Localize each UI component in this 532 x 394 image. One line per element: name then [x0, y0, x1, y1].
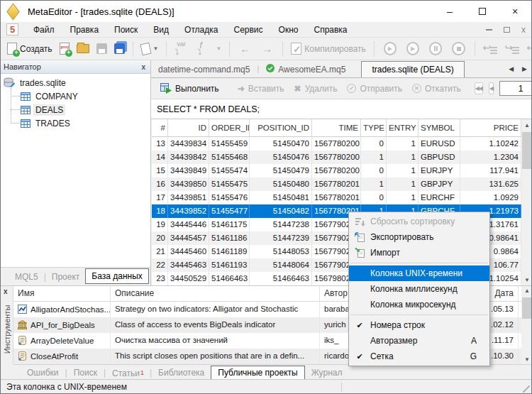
context-menu-item-5[interactable]: Колонка UNIX-времени: [349, 266, 489, 281]
record-number-input[interactable]: [499, 81, 532, 96]
grid-cell[interactable]: 17: [152, 191, 168, 204]
debug-stop-icon[interactable]: [452, 42, 465, 55]
context-menu-item-3[interactable]: Импорт: [349, 245, 489, 261]
grid-cell[interactable]: 22: [152, 258, 168, 272]
project-name-cell[interactable]: AlligatorAndStochas...: [13, 302, 111, 317]
grid-cell[interactable]: 117.941: [460, 164, 521, 177]
menu-сервис[interactable]: Сервис: [226, 23, 270, 36]
grid-row-13[interactable]: 13344398345145545951450470156778020001EU…: [152, 137, 521, 151]
grid-cell[interactable]: 51455468: [209, 151, 250, 164]
toolbox-tab-5[interactable]: Публичные проекты: [211, 366, 304, 380]
sql-query-box[interactable]: SELECT * FROM DEALS;: [151, 99, 532, 119]
grid-cell[interactable]: 1: [361, 151, 387, 164]
tree-item-table-company[interactable]: COMPANY: [1, 89, 150, 103]
grid-cell[interactable]: 1567780200: [312, 151, 361, 164]
delete-button[interactable]: ✖ Удалить: [289, 84, 343, 94]
grid-cell[interactable]: 20: [152, 231, 168, 245]
grid-cell[interactable]: EURUSD: [419, 137, 460, 151]
grid-column-header-type[interactable]: TYPE: [361, 119, 387, 137]
grid-column-header-price[interactable]: PRICE: [460, 119, 521, 137]
grid-cell[interactable]: 1.10242: [460, 137, 521, 151]
grid-cell[interactable]: 1: [387, 177, 419, 191]
tab-scroll-right-icon[interactable]: ▶: [522, 65, 527, 72]
mdi-minimize-icon[interactable]: [486, 29, 492, 31]
new-project-button[interactable]: proj+: [56, 40, 73, 58]
context-menu-item-9[interactable]: ✔Номера строк: [349, 317, 489, 333]
commit-button[interactable]: ✓ Отправить: [342, 84, 407, 94]
context-menu-item-11[interactable]: ✔СеткаG: [349, 349, 489, 364]
grid-cell[interactable]: 34439842: [168, 151, 209, 164]
grid-cell[interactable]: 51450479: [250, 164, 312, 177]
insert-button[interactable]: ➜ Вставить: [233, 84, 289, 94]
project-name-cell[interactable]: ArrayDeleteValue: [13, 333, 111, 349]
grid-cell[interactable]: 51461175: [209, 218, 250, 231]
toolbox-column-header[interactable]: Описание: [111, 286, 320, 301]
grid-cell[interactable]: 51448053: [250, 245, 312, 258]
grid-cell[interactable]: 51447239: [250, 231, 312, 245]
grid-cell[interactable]: 51455476: [209, 191, 250, 204]
grid-cell[interactable]: 34439851: [168, 191, 209, 204]
mdi-close-icon[interactable]: x: [521, 26, 526, 33]
grid-cell[interactable]: 1567780200: [312, 137, 361, 151]
scroll-down-icon[interactable]: ▼: [521, 274, 532, 285]
grid-cell[interactable]: 13: [152, 137, 168, 151]
context-menu-item-6[interactable]: Колонка миллисекунд: [349, 281, 489, 297]
grid-cell[interactable]: 1567780201: [312, 191, 361, 204]
tree-item-table-trades[interactable]: TRADES: [1, 116, 150, 130]
grid-column-header-position_id[interactable]: POSITION_ID: [250, 119, 312, 137]
menu-вид[interactable]: Вид: [145, 23, 177, 36]
grid-cell[interactable]: 1: [361, 177, 387, 191]
grid-cell[interactable]: 1: [387, 191, 419, 204]
grid-cell[interactable]: 1: [387, 151, 419, 164]
grid-cell[interactable]: 51461193: [209, 258, 250, 272]
step-out-icon[interactable]: ↩: [526, 43, 532, 55]
project-name-cell[interactable]: CloseAtProfit: [13, 349, 111, 364]
save-all-button[interactable]: [111, 40, 128, 58]
menu-поиск[interactable]: Поиск: [106, 23, 145, 36]
toolbox-tab-4[interactable]: Библиотека: [152, 366, 211, 379]
toolbox-scrollbar-thumb[interactable]: [522, 297, 532, 319]
styler-dropdown-icon[interactable]: ▼: [153, 45, 159, 52]
navigator-close-icon[interactable]: x: [139, 63, 148, 71]
grid-cell[interactable]: EURJPY: [419, 164, 460, 177]
navigate-back-icon[interactable]: ←: [234, 43, 256, 55]
grid-cell[interactable]: EURCHF: [419, 191, 460, 204]
grid-cell[interactable]: 51448064: [250, 258, 312, 272]
new-file-button[interactable]: + Создать: [4, 40, 56, 58]
grid-cell[interactable]: 51466463: [250, 272, 312, 285]
grid-cell[interactable]: 18: [152, 204, 168, 218]
grid-cell[interactable]: 51450480: [250, 177, 312, 191]
grid-cell[interactable]: 34439849: [168, 164, 209, 177]
maximize-button[interactable]: [466, 1, 499, 22]
grid-cell[interactable]: 16: [152, 177, 168, 191]
styler-button[interactable]: ▼: [138, 40, 162, 58]
goto-function-dropdown-icon[interactable]: ▼: [216, 45, 221, 52]
grid-column-header-id[interactable]: ID: [168, 119, 209, 137]
grid-row-17[interactable]: 17344398515145547651450481156778020101EU…: [152, 191, 521, 204]
rollback-button[interactable]: ✕ Откатить: [407, 84, 466, 94]
minimize-button[interactable]: –: [433, 1, 466, 22]
step-over-icon[interactable]: ↪: [504, 43, 519, 55]
grid-cell[interactable]: 51455474: [209, 164, 250, 177]
debug-start-icon[interactable]: ▶: [406, 42, 419, 55]
grid-column-header-num[interactable]: #: [152, 119, 168, 137]
context-menu-item-10[interactable]: АвторазмерA: [349, 333, 489, 349]
menu-файл[interactable]: Файл: [26, 23, 62, 36]
grid-cell[interactable]: 34450529: [168, 272, 209, 285]
grid-column-header-order_id[interactable]: ORDER_ID: [209, 119, 250, 137]
grid-cell[interactable]: 34445463: [168, 258, 209, 272]
grid-cell[interactable]: 34445457: [168, 231, 209, 245]
navigate-forward-icon[interactable]: →: [256, 43, 278, 55]
compile-button[interactable]: Компилировать: [287, 40, 370, 58]
open-button[interactable]: [73, 40, 93, 58]
grid-cell[interactable]: 19: [152, 218, 168, 231]
menu-справка[interactable]: Справка: [306, 23, 355, 36]
grid-cell[interactable]: 1.0929: [460, 191, 521, 204]
grid-cell[interactable]: 51466463: [209, 272, 250, 285]
grid-cell[interactable]: 51447238: [250, 218, 312, 231]
grid-cell[interactable]: 0: [361, 191, 387, 204]
grid-cell[interactable]: 15: [152, 164, 168, 177]
toolbox-scroll-down-icon[interactable]: ▼: [524, 356, 530, 363]
tree-item-database[interactable]: trades.sqlite: [1, 76, 150, 89]
menu-окно[interactable]: Окно: [271, 23, 306, 36]
